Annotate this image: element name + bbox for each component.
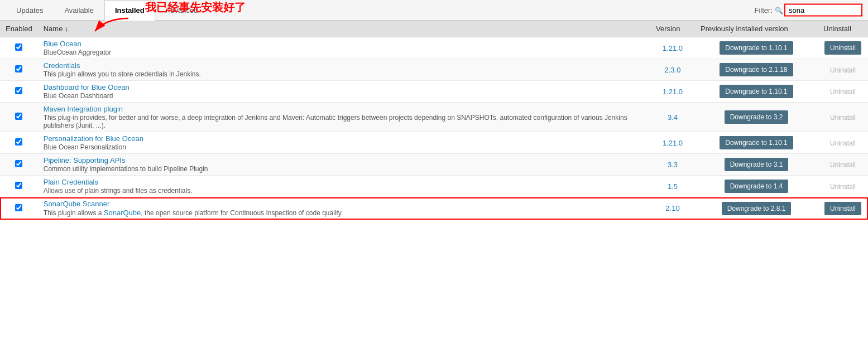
row-checkbox-cell — [0, 176, 38, 197]
uninstall-button[interactable]: Uninstall — [824, 202, 861, 215]
version-link[interactable]: 2.10 — [665, 204, 679, 212]
tab-installed[interactable]: Installed — [104, 0, 155, 21]
plugin-uninstall-cell: Uninstall — [818, 132, 868, 154]
uninstall-disabled-label: Uninstall — [830, 114, 856, 122]
tab-advanced[interactable]: Advanced — [155, 0, 209, 21]
downgrade-button[interactable]: Downgrade to 1.10.1 — [720, 85, 793, 98]
row-checkbox-cell — [0, 103, 38, 132]
uninstall-button[interactable]: Uninstall — [824, 41, 861, 55]
downgrade-button[interactable]: Downgrade to 1.10.1 — [720, 136, 793, 149]
row-checkbox-cell — [0, 132, 38, 154]
version-link[interactable]: 1.21.0 — [663, 88, 683, 96]
uninstall-disabled-label: Uninstall — [830, 161, 856, 169]
downgrade-button[interactable]: Downgrade to 1.4 — [725, 180, 789, 193]
header-enabled: Enabled — [0, 21, 38, 37]
plugin-name-link[interactable]: Personalization for Blue Ocean — [44, 134, 143, 143]
uninstall-disabled-label: Uninstall — [830, 88, 856, 96]
plugin-uninstall-cell: Uninstall — [818, 37, 868, 59]
version-link[interactable]: 1.21.0 — [663, 139, 683, 147]
plugin-version: 2.10 — [650, 197, 695, 220]
plugin-name-link[interactable]: Blue Ocean — [44, 40, 81, 48]
table-row: Pipeline: Supporting APIsCommon utility … — [0, 154, 868, 176]
plugin-checkbox[interactable] — [15, 113, 22, 120]
plugin-downgrade-cell: Downgrade to 3.2 — [695, 103, 818, 132]
plugin-desc: BlueOcean Aggregator — [44, 49, 645, 56]
plugin-version: 1.5 — [650, 176, 695, 197]
plugin-checkbox[interactable] — [15, 138, 22, 146]
downgrade-button[interactable]: Downgrade to 2.1.18 — [720, 63, 793, 76]
plugin-checkbox[interactable] — [15, 182, 22, 189]
table-row: Blue OceanBlueOcean Aggregator1.21.0Down… — [0, 37, 868, 59]
table-row: Maven Integration pluginThis plug-in pro… — [0, 103, 868, 132]
plugin-checkbox[interactable] — [15, 65, 22, 72]
table-row: CredentialsThis plugin allows you to sto… — [0, 59, 868, 81]
version-link[interactable]: 3.3 — [668, 161, 678, 169]
header-prev-version: Previously installed version — [695, 21, 818, 37]
plugin-version: 2.3.0 — [650, 59, 695, 81]
plugin-name-link[interactable]: Maven Integration plugin — [44, 105, 123, 113]
plugin-checkbox[interactable] — [15, 87, 22, 94]
plugin-name-cell: Pipeline: Supporting APIsCommon utility … — [38, 154, 650, 176]
version-link[interactable]: 1.21.0 — [663, 44, 683, 52]
plugin-downgrade-cell: Downgrade to 2.1.18 — [695, 59, 818, 81]
table-row: Plain CredentialsAllows use of plain str… — [0, 176, 868, 197]
header-name[interactable]: Name ↓ — [38, 21, 650, 37]
filter-label: Filter: — [755, 6, 773, 14]
plugin-desc: This plugin allows you to store credenti… — [44, 70, 645, 78]
plugin-table: Enabled Name ↓ Version Previously instal… — [0, 21, 868, 220]
downgrade-button[interactable]: Downgrade to 1.10.1 — [720, 41, 793, 55]
plugin-name-cell: Maven Integration pluginThis plug-in pro… — [38, 103, 650, 132]
row-checkbox-cell — [0, 197, 38, 220]
downgrade-button[interactable]: Downgrade to 2.8.1 — [722, 202, 792, 215]
plugin-desc: Blue Ocean Personalization — [44, 143, 645, 151]
plugin-downgrade-cell: Downgrade to 2.8.1 — [695, 197, 818, 220]
version-link[interactable]: 3.4 — [668, 113, 678, 122]
plugin-name-link[interactable]: Dashboard for Blue Ocean — [44, 83, 130, 91]
plugin-uninstall-cell: Uninstall — [818, 154, 868, 176]
plugin-downgrade-cell: Downgrade to 3.1 — [695, 154, 818, 176]
table-row: SonarQube ScannerThis plugin allows a So… — [0, 197, 868, 220]
plugin-desc: This plugin allows a SonarQube, the open… — [44, 209, 645, 217]
plugin-name-link[interactable]: Pipeline: Supporting APIs — [44, 156, 126, 164]
plugin-downgrade-cell: Downgrade to 1.10.1 — [695, 37, 818, 59]
header-version: Version — [650, 21, 695, 37]
plugin-name-link[interactable]: Credentials — [44, 61, 80, 70]
plugin-desc: Common utility implementations to build … — [44, 165, 645, 173]
uninstall-disabled-label: Uninstall — [830, 139, 856, 147]
version-link[interactable]: 2.3.0 — [665, 66, 681, 74]
plugin-checkbox[interactable] — [15, 204, 22, 211]
tabs-bar: Updates Available Installed Advanced 我已经… — [0, 0, 868, 21]
uninstall-disabled-label: Uninstall — [830, 66, 856, 74]
downgrade-button[interactable]: Downgrade to 3.2 — [725, 110, 789, 124]
row-checkbox-cell — [0, 81, 38, 103]
tab-updates[interactable]: Updates — [6, 0, 54, 21]
plugin-desc: Allows use of plain strings and files as… — [44, 187, 645, 195]
plugin-version: 3.3 — [650, 154, 695, 176]
tab-available[interactable]: Available — [54, 0, 104, 21]
downgrade-button[interactable]: Downgrade to 3.1 — [725, 158, 789, 171]
plugin-version: 1.21.0 — [650, 132, 695, 154]
version-link[interactable]: 1.5 — [668, 182, 678, 191]
plugin-name-cell: Dashboard for Blue OceanBlue Ocean Dashb… — [38, 81, 650, 103]
sonarqube-link[interactable]: SonarQube — [104, 209, 141, 217]
filter-input[interactable] — [784, 4, 862, 17]
plugin-downgrade-cell: Downgrade to 1.10.1 — [695, 132, 818, 154]
plugin-name-link[interactable]: Plain Credentials — [44, 178, 98, 186]
uninstall-disabled-label: Uninstall — [830, 183, 856, 191]
plugin-name-link[interactable]: SonarQube Scanner — [44, 200, 110, 208]
plugin-version: 1.21.0 — [650, 37, 695, 59]
plugin-uninstall-cell: Uninstall — [818, 103, 868, 132]
plugin-desc: Blue Ocean Dashboard — [44, 92, 645, 100]
plugin-desc: This plug-in provides, for better and fo… — [44, 114, 645, 129]
plugin-name-cell: Blue OceanBlueOcean Aggregator — [38, 37, 650, 59]
plugin-downgrade-cell: Downgrade to 1.4 — [695, 176, 818, 197]
plugin-uninstall-cell: Uninstall — [818, 81, 868, 103]
plugin-name-cell: Personalization for Blue OceanBlue Ocean… — [38, 132, 650, 154]
plugin-checkbox[interactable] — [15, 160, 22, 167]
table-row: Personalization for Blue OceanBlue Ocean… — [0, 132, 868, 154]
row-checkbox-cell — [0, 154, 38, 176]
table-row: Dashboard for Blue OceanBlue Ocean Dashb… — [0, 81, 868, 103]
plugin-uninstall-cell: Uninstall — [818, 197, 868, 220]
header-uninstall: Uninstall — [818, 21, 868, 37]
plugin-checkbox[interactable] — [15, 43, 22, 51]
